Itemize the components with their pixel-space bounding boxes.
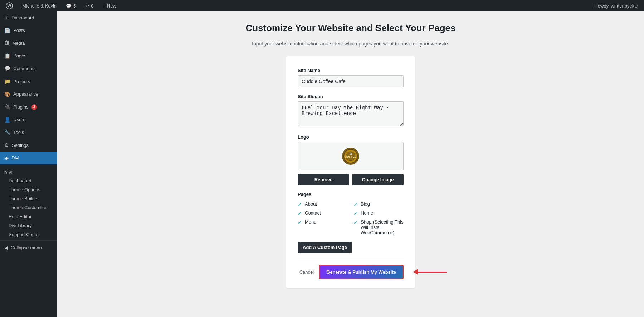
sub-item-theme-customizer[interactable]: Theme Customizer	[0, 203, 57, 212]
page-title: Customize Your Website and Select Your P…	[245, 22, 455, 34]
plugins-badge: 3	[31, 104, 37, 110]
collapse-menu-button[interactable]: ◀ Collapse menu	[0, 242, 57, 253]
page-heading: Customize Your Website and Select Your P…	[245, 22, 455, 34]
generate-publish-button[interactable]: Generate & Publish My Website	[319, 265, 404, 279]
page-label-home: Home	[361, 210, 373, 216]
sidebar-item-pages[interactable]: 📋 Pages	[0, 50, 57, 63]
pages-label: Pages	[298, 192, 404, 197]
sidebar-item-users[interactable]: 👤 Users	[0, 114, 57, 126]
page-check-contact: ✓ Contact	[298, 210, 348, 216]
site-name-group: Site Name	[298, 68, 404, 87]
change-image-button[interactable]: Change Image	[352, 174, 404, 185]
site-name-label: Site Name	[298, 68, 404, 73]
site-name-item[interactable]: Michelle & Kevin	[20, 0, 59, 11]
sidebar-item-divi[interactable]: ◉ Divi	[0, 152, 57, 165]
sidebar-comments-label: Comments	[13, 66, 36, 72]
page-check-about: ✓ About	[298, 201, 348, 207]
generate-container: Generate & Publish My Website	[319, 265, 404, 279]
new-label: + New	[103, 3, 116, 9]
media-icon: 🖼	[4, 40, 9, 47]
page-label-menu: Menu	[305, 219, 317, 225]
sidebar-plugins-label: Plugins	[13, 104, 29, 110]
sidebar-item-posts[interactable]: 📄 Posts	[0, 24, 57, 37]
new-item[interactable]: + New	[101, 0, 118, 11]
sidebar-divi-label: Divi	[11, 155, 19, 161]
admin-bar: W Michelle & Kevin 💬 5 ↩ 0 + New Howdy, …	[0, 0, 644, 11]
page-check-shop: ✓ Shop (Selecting This Will Install WooC…	[353, 219, 404, 235]
sidebar-projects-label: Projects	[13, 78, 30, 85]
site-name-input[interactable]	[298, 75, 404, 87]
page-label-shop: Shop (Selecting This Will Install WooCom…	[361, 219, 404, 235]
check-icon-contact: ✓	[298, 211, 302, 216]
check-icon-about: ✓	[298, 202, 302, 207]
comment-count: 5	[73, 3, 76, 9]
page-check-menu: ✓ Menu	[298, 219, 348, 235]
howdy-item[interactable]: Howdy, writtenbyekta	[592, 0, 640, 11]
sidebar-dashboard-label: Dashboard	[11, 15, 34, 21]
divi-section-label: Divi	[0, 168, 57, 176]
sidebar-media-label: Media	[12, 40, 25, 47]
sidebar-item-appearance[interactable]: 🎨 Appearance	[0, 88, 57, 101]
sidebar-item-media[interactable]: 🖼 Media	[0, 37, 57, 50]
page-label-blog: Blog	[361, 201, 370, 207]
logo-preview: COFFEE ☕	[298, 142, 404, 170]
sidebar-posts-label: Posts	[13, 27, 25, 34]
sidebar-item-comments[interactable]: 💬 Comments	[0, 62, 57, 75]
dashboard-icon: ⊞	[4, 14, 9, 21]
sub-item-support-center[interactable]: Support Center	[0, 230, 57, 239]
tools-icon: 🔧	[4, 129, 10, 136]
divi-icon: ◉	[4, 155, 9, 162]
comments-item[interactable]: 💬 5	[64, 0, 78, 11]
logo-buttons: Remove Change Image	[298, 174, 404, 185]
sidebar-item-tools[interactable]: 🔧 Tools	[0, 126, 57, 139]
check-icon-shop: ✓	[353, 220, 358, 225]
sidebar-item-dashboard[interactable]: ⊞ Dashboard	[0, 11, 57, 24]
remove-button[interactable]: Remove	[298, 174, 349, 185]
page-check-blog: ✓ Blog	[353, 201, 404, 207]
site-name-label: Michelle & Kevin	[22, 3, 57, 9]
plugins-icon: 🔌	[4, 104, 10, 111]
comment-icon: 💬	[66, 3, 72, 9]
reply-icon: ↩	[85, 3, 89, 9]
page-label-contact: Contact	[305, 210, 321, 216]
sub-item-role-editor[interactable]: Role Editor	[0, 212, 57, 221]
sidebar-item-plugins[interactable]: 🔌 Plugins 3	[0, 101, 57, 114]
sidebar-item-projects[interactable]: 📁 Projects	[0, 75, 57, 88]
sub-item-dashboard[interactable]: Dashboard	[0, 176, 57, 185]
collapse-icon: ◀	[4, 245, 8, 250]
settings-icon: ⚙	[4, 142, 9, 149]
comments-icon: 💬	[4, 65, 10, 72]
howdy-label: Howdy, writtenbyekta	[594, 3, 638, 9]
page-subtitle: Input your website information and selec…	[252, 40, 449, 48]
arrow-line	[418, 272, 447, 273]
arrow-head	[413, 269, 418, 275]
add-custom-page-button[interactable]: Add A Custom Page	[298, 242, 352, 253]
posts-icon: 📄	[4, 27, 10, 34]
sub-item-theme-options[interactable]: Theme Options	[0, 185, 57, 194]
site-slogan-group: Site Slogan Fuel Your Day the Right Way …	[298, 94, 404, 128]
appearance-icon: 🎨	[4, 91, 10, 98]
site-slogan-input[interactable]: Fuel Your Day the Right Way - Brewing Ex…	[298, 101, 404, 126]
sidebar-users-label: Users	[13, 116, 25, 123]
page-check-home: ✓ Home	[353, 210, 404, 216]
red-arrow-annotation	[413, 269, 447, 275]
sub-item-theme-builder[interactable]: Theme Builder	[0, 194, 57, 203]
projects-icon: 📁	[4, 78, 10, 85]
collapse-menu-label: Collapse menu	[11, 245, 42, 250]
cancel-button[interactable]: Cancel	[299, 269, 314, 275]
reply-item[interactable]: ↩ 0	[83, 0, 96, 11]
sidebar-pages-label: Pages	[13, 53, 26, 59]
pages-group: Pages ✓ About ✓ Blog ✓ Contact	[298, 192, 404, 235]
card-footer: Cancel Generate & Publish My Website	[298, 260, 404, 279]
content-area: Customize Your Website and Select Your P…	[57, 11, 644, 317]
page-label-about: About	[305, 201, 317, 207]
wp-logo-item[interactable]: W	[4, 0, 15, 11]
users-icon: 👤	[4, 116, 10, 124]
svg-text:W: W	[8, 4, 11, 8]
logo-label: Logo	[298, 134, 404, 140]
reply-count: 0	[91, 3, 93, 9]
check-icon-blog: ✓	[353, 202, 358, 207]
sub-item-divi-library[interactable]: Divi Library	[0, 221, 57, 230]
site-slogan-label: Site Slogan	[298, 94, 404, 99]
sidebar-item-settings[interactable]: ⚙ Settings	[0, 139, 57, 152]
